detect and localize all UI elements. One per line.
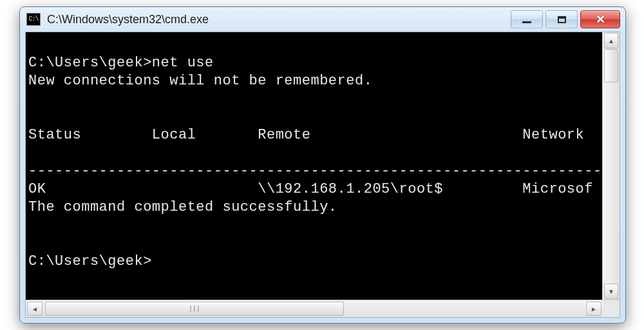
close-button[interactable]: ✕: [580, 10, 620, 28]
scroll-right-button[interactable]: ►: [586, 302, 601, 316]
titlebar[interactable]: C:\ C:\Windows\system32\cmd.exe ✕: [20, 7, 625, 32]
horizontal-scrollbar[interactable]: ◄ ►: [26, 300, 620, 317]
minimize-icon: [522, 21, 531, 23]
client-area: C:\Users\geek>net use New connections wi…: [25, 32, 620, 318]
chevron-right-icon: ►: [591, 306, 597, 313]
vertical-scroll-thumb[interactable]: [604, 49, 618, 82]
minimize-button[interactable]: [511, 10, 543, 28]
cmd-icon: C:\: [26, 13, 41, 26]
cmd-icon-text: C:\: [28, 16, 38, 23]
horizontal-scroll-track[interactable]: [44, 302, 585, 316]
cmd-window: C:\ C:\Windows\system32\cmd.exe ✕ C:\Use…: [19, 6, 626, 324]
chevron-down-icon: ▼: [608, 288, 614, 295]
close-icon: ✕: [596, 12, 605, 26]
scrollbar-corner: [603, 300, 620, 317]
chevron-up-icon: ▲: [608, 37, 614, 44]
scroll-up-button[interactable]: ▲: [604, 33, 618, 48]
vertical-scrollbar[interactable]: ▲ ▼: [602, 32, 620, 300]
console-wrap: C:\Users\geek>net use New connections wi…: [26, 32, 620, 300]
maximize-icon: [558, 16, 566, 23]
console-output[interactable]: C:\Users\geek>net use New connections wi…: [26, 32, 602, 300]
chevron-left-icon: ◄: [32, 306, 38, 313]
maximize-button[interactable]: [545, 10, 578, 28]
window-title: C:\Windows\system32\cmd.exe: [47, 13, 209, 26]
scroll-left-button[interactable]: ◄: [27, 302, 43, 316]
window-controls: ✕: [511, 10, 620, 28]
horizontal-scroll-thumb[interactable]: [45, 302, 344, 316]
scroll-down-button[interactable]: ▼: [604, 284, 618, 299]
